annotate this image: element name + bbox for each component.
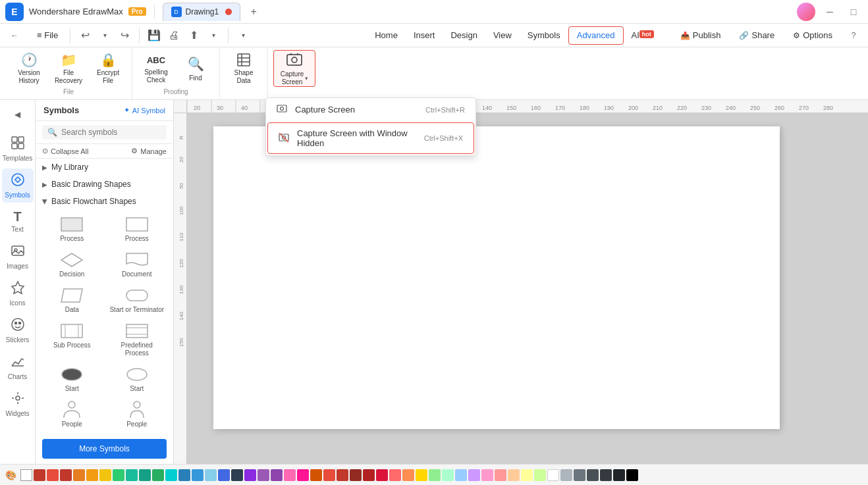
new-tab-btn[interactable]: + bbox=[246, 4, 261, 20]
color-swatch-31[interactable] bbox=[429, 469, 441, 481]
color-swatch-12[interactable] bbox=[178, 469, 190, 481]
minimize-btn[interactable]: ─ bbox=[821, 3, 839, 21]
color-swatch-32[interactable] bbox=[442, 469, 454, 481]
color-swatch-6[interactable] bbox=[99, 469, 111, 481]
menu-view[interactable]: View bbox=[485, 26, 520, 45]
file-menu[interactable]: ≡ File bbox=[30, 28, 65, 43]
version-history-btn[interactable]: 🕐 VersionHistory bbox=[11, 50, 47, 87]
file-recovery-btn[interactable]: 📁 FileRecovery bbox=[50, 50, 87, 87]
capture-screen-hidden-item[interactable]: Capture Screen with Window Hidden Ctrl+S… bbox=[267, 122, 474, 154]
color-swatch-8[interactable] bbox=[126, 469, 138, 481]
more-symbols-btn[interactable]: More Symbols bbox=[42, 439, 167, 459]
encrypt-file-btn[interactable]: 🔒 EncryptFile bbox=[90, 50, 126, 87]
color-swatch-19[interactable] bbox=[271, 469, 283, 481]
menu-home[interactable]: Home bbox=[367, 26, 406, 45]
sidebar-charts-btn[interactable]: Charts bbox=[2, 350, 34, 384]
color-swatch-13[interactable] bbox=[192, 469, 203, 481]
options-btn[interactable]: ⚙ Options bbox=[786, 28, 839, 43]
color-swatch-26[interactable] bbox=[363, 469, 375, 481]
symbol-people1[interactable]: People bbox=[41, 398, 103, 431]
more-btn[interactable]: ▾ bbox=[234, 26, 252, 45]
color-swatch-gray4[interactable] bbox=[600, 469, 612, 481]
undo-btn[interactable]: ↩ bbox=[76, 26, 94, 45]
symbol-sub-process[interactable]: Sub Process bbox=[41, 319, 103, 360]
sidebar-collapse-btn[interactable]: ◀ bbox=[9, 105, 27, 124]
sidebar-text-btn[interactable]: T Text bbox=[2, 205, 34, 237]
print-btn[interactable]: 🖨 bbox=[165, 26, 183, 45]
shape-data-btn[interactable]: ShapeData bbox=[225, 50, 262, 87]
export-btn[interactable]: ⬆ bbox=[184, 26, 203, 45]
color-swatch-black[interactable] bbox=[626, 469, 638, 481]
menu-ai[interactable]: AI hot bbox=[624, 26, 662, 45]
export-dropdown-btn[interactable]: ▾ bbox=[204, 26, 223, 45]
color-swatch-34[interactable] bbox=[468, 469, 480, 481]
maximize-btn[interactable]: □ bbox=[844, 3, 863, 21]
user-avatar[interactable] bbox=[797, 3, 815, 21]
color-swatch-35[interactable] bbox=[481, 469, 493, 481]
color-swatch-11[interactable] bbox=[165, 469, 177, 481]
publish-btn[interactable]: 📤 Publish bbox=[674, 28, 728, 43]
color-swatch-37[interactable] bbox=[508, 469, 520, 481]
basic-drawing-header[interactable]: ▶ Basic Drawing Shapes bbox=[36, 176, 173, 193]
find-btn[interactable]: 🔍 Find bbox=[177, 50, 214, 87]
color-swatch-white[interactable] bbox=[547, 469, 559, 481]
color-swatch-3[interactable] bbox=[60, 469, 72, 481]
color-swatch-10[interactable] bbox=[152, 469, 164, 481]
color-swatch-30[interactable] bbox=[416, 469, 427, 481]
color-swatch-29[interactable] bbox=[402, 469, 414, 481]
color-swatch-20[interactable] bbox=[284, 469, 296, 481]
sidebar-stickers-btn[interactable]: Stickers bbox=[2, 313, 34, 347]
color-swatch-18[interactable] bbox=[258, 469, 269, 481]
symbol-predefined[interactable]: Predefined Process bbox=[106, 319, 169, 360]
canvas-page[interactable] bbox=[213, 126, 780, 429]
basic-flowchart-header[interactable]: ▶ Basic Flowchart Shapes bbox=[36, 193, 173, 210]
collapse-all-btn[interactable]: ⊙ Collapse All bbox=[42, 147, 88, 155]
my-library-header[interactable]: ▶ My Library bbox=[36, 159, 173, 176]
color-swatch-1[interactable] bbox=[34, 469, 45, 481]
ai-symbol-btn[interactable]: ✦ AI Symbol bbox=[124, 106, 165, 115]
color-swatch-gray1[interactable] bbox=[560, 469, 572, 481]
color-swatch-gray2[interactable] bbox=[574, 469, 585, 481]
color-swatch-16[interactable] bbox=[231, 469, 243, 481]
symbol-start2[interactable]: Start bbox=[106, 363, 169, 396]
spelling-check-btn[interactable]: ABC SpellingCheck bbox=[138, 50, 175, 87]
color-swatch-28[interactable] bbox=[389, 469, 401, 481]
color-swatch-23[interactable] bbox=[323, 469, 335, 481]
color-swatch-24[interactable] bbox=[337, 469, 348, 481]
color-swatch-22[interactable] bbox=[310, 469, 322, 481]
menu-symbols[interactable]: Symbols bbox=[520, 26, 568, 45]
sidebar-icons-btn[interactable]: Icons bbox=[2, 276, 34, 311]
color-swatch-27[interactable] bbox=[376, 469, 388, 481]
color-swatch-15[interactable] bbox=[218, 469, 230, 481]
color-swatch-7[interactable] bbox=[113, 469, 124, 481]
color-swatch-5[interactable] bbox=[86, 469, 98, 481]
drawing-tab[interactable]: D Drawing1 bbox=[163, 3, 241, 21]
color-swatch-21[interactable] bbox=[297, 469, 309, 481]
color-swatch-9[interactable] bbox=[139, 469, 151, 481]
color-swatch-gray5[interactable] bbox=[613, 469, 625, 481]
sidebar-images-btn[interactable]: Images bbox=[2, 240, 34, 274]
symbol-decision[interactable]: Decision bbox=[41, 248, 103, 281]
color-swatch-25[interactable] bbox=[350, 469, 362, 481]
menu-design[interactable]: Design bbox=[443, 26, 485, 45]
save-btn[interactable]: 💾 bbox=[145, 26, 163, 45]
symbol-process2[interactable]: Process bbox=[106, 213, 169, 245]
symbol-people2[interactable]: People bbox=[106, 398, 169, 431]
menu-advanced[interactable]: Advanced bbox=[568, 26, 624, 45]
symbol-data[interactable]: Data bbox=[41, 284, 103, 317]
no-fill-swatch[interactable] bbox=[20, 469, 32, 481]
color-swatch-39[interactable] bbox=[534, 469, 546, 481]
manage-btn[interactable]: ⚙ Manage bbox=[131, 147, 167, 155]
canvas-content[interactable] bbox=[187, 113, 868, 464]
color-swatch-14[interactable] bbox=[205, 469, 217, 481]
back-btn[interactable]: ← bbox=[5, 26, 24, 45]
tab-close-btn[interactable] bbox=[225, 9, 232, 15]
symbol-start-terminator[interactable]: Start or Terminator bbox=[106, 284, 169, 317]
color-swatch-2[interactable] bbox=[47, 469, 59, 481]
capture-screen-item[interactable]: Capture Screen Ctrl+Shift+R bbox=[266, 98, 475, 121]
color-swatch-36[interactable] bbox=[495, 469, 506, 481]
color-swatch-17[interactable] bbox=[244, 469, 256, 481]
color-swatch-33[interactable] bbox=[455, 469, 467, 481]
capture-dropdown-arrow[interactable]: ▾ bbox=[305, 75, 308, 82]
symbol-document[interactable]: Document bbox=[106, 248, 169, 281]
